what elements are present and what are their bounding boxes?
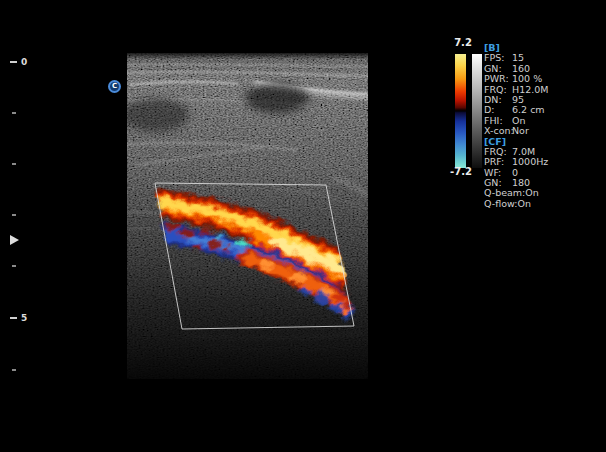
param-value: 180: [512, 177, 530, 188]
param-label: X-con:: [484, 126, 512, 136]
ruler-tick: [12, 214, 16, 216]
param-value: 95: [512, 94, 524, 105]
ruler-tick: [12, 112, 16, 114]
ruler-label-0: 0: [21, 57, 33, 68]
ultrasound-screen: 0 5 C: [0, 0, 606, 452]
grayscale-bar: [472, 54, 482, 168]
param-value: On: [512, 115, 526, 126]
param-value: 160: [512, 63, 530, 74]
parameter-panel: [B] FPS:15 GN:160 PWR:100 % FRQ:H12.0M D…: [484, 43, 549, 209]
param-value: 7.0M: [512, 146, 535, 157]
doppler-colorbar: [455, 54, 466, 168]
param-xcon: X-con:Nor: [484, 126, 549, 136]
scale-max-label: 7.2: [450, 37, 476, 48]
param-value: 100 %: [512, 73, 542, 84]
param-value: 6.2 cm: [512, 104, 545, 115]
focus-marker-icon[interactable]: [10, 235, 19, 245]
scale-min-label: -7.2: [446, 166, 476, 177]
ruler-tick: [12, 369, 16, 371]
orientation-marker: C: [108, 80, 121, 93]
ruler-tick-0: [10, 61, 17, 63]
ruler-tick: [12, 163, 16, 165]
param-qflow: Q-flow:On: [484, 199, 549, 209]
ultrasound-image: [127, 53, 368, 379]
param-value: 15: [512, 52, 524, 63]
param-value: 0: [512, 167, 518, 178]
ruler-tick-5: [10, 317, 17, 319]
param-value: 1000Hz: [512, 156, 548, 167]
param-value: Nor: [512, 125, 529, 136]
param-value: H12.0M: [512, 84, 549, 95]
ruler-tick: [12, 265, 16, 267]
bmode-canvas: [127, 53, 368, 379]
ruler-label-5: 5: [21, 313, 33, 324]
